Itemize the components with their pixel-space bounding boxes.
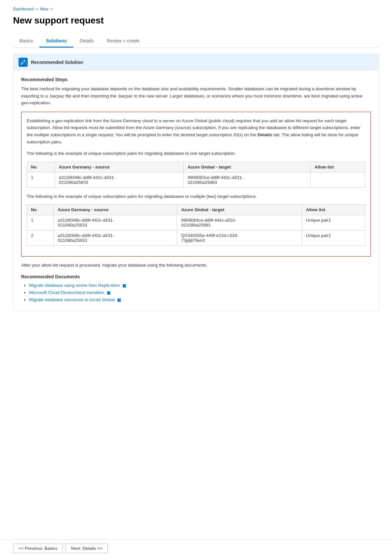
- geo-replication-para: Establishing a geo-replication link from…: [27, 117, 365, 145]
- next-button[interactable]: Next: Details >>: [65, 544, 108, 553]
- prev-button[interactable]: << Previous: Basics: [13, 544, 63, 553]
- breadcrumb: Dashboard > New >: [13, 7, 379, 11]
- tab-basics[interactable]: Basics: [13, 35, 39, 48]
- list-item: Migrate database resources to Azure Glob…: [29, 297, 371, 302]
- col-allow-1: Allow list: [310, 162, 365, 172]
- tab-review-create[interactable]: Review + create: [100, 35, 146, 48]
- col-no-1: No: [27, 162, 55, 172]
- doc-link-1[interactable]: Migrate database using active Geo Replic…: [29, 283, 120, 288]
- breadcrumb-new[interactable]: New: [40, 7, 49, 11]
- col-target-1: Azure Global - target: [184, 162, 311, 172]
- tab-solutions[interactable]: Solutions: [39, 35, 73, 48]
- list-item: Microsoft Cloud Deutschland transition: [29, 290, 371, 295]
- cell-source: a312i8348c-dd9f-442c-a531-021090a25833: [54, 230, 177, 246]
- external-link-icon-1: [122, 284, 126, 287]
- list-item: Migrate database using active Geo Replic…: [29, 283, 371, 288]
- steps-title: Recommended Steps: [21, 77, 371, 82]
- intro-text: The best method for migrating your datab…: [21, 85, 371, 107]
- breadcrumb-sep-1: >: [36, 7, 38, 11]
- table2-intro: The following is the example of unique s…: [27, 193, 365, 200]
- recommended-solution-header: Recommended Solution: [13, 54, 379, 70]
- page-title: New support request: [13, 15, 379, 26]
- docs-list: Migrate database using active Geo Replic…: [21, 283, 371, 302]
- cell-source: a312i8348c-dd9f-442c-a531-021090a25833: [55, 172, 184, 187]
- cell-allow: Unique pair2: [302, 230, 365, 246]
- col-target-2: Azure Global - target: [177, 205, 302, 215]
- table-row: 1 a312i8348c-dd9f-442c-a531-021090a25833…: [27, 172, 365, 187]
- cell-target: 9909093ce-dd9f-442c-a531-021090a25883: [177, 215, 302, 230]
- table1-intro: The following is the example of unique s…: [27, 150, 365, 157]
- after-text: After your allow list request is process…: [21, 262, 371, 269]
- doc-link-3[interactable]: Migrate database resources to Azure Glob…: [29, 297, 115, 302]
- footer-bar: << Previous: Basics Next: Details >>: [0, 539, 392, 557]
- col-no-2: No: [27, 205, 54, 215]
- cell-allow: [310, 172, 365, 187]
- docs-title: Recommended Documents: [21, 274, 371, 279]
- external-link-icon-2: [107, 291, 111, 295]
- content-area: Recommended Solution Recommended Steps T…: [13, 54, 379, 311]
- external-link-icon-3: [117, 298, 121, 302]
- table-row: 2 a312i8348c-dd9f-442c-a531-021090a25833…: [27, 230, 365, 246]
- tabs-nav: Basics Solutions Details Review + create: [13, 35, 379, 48]
- tab-details[interactable]: Details: [73, 35, 100, 48]
- table-row: 1 a312i8348c-dd9f-442c-a531-021090a25833…: [27, 215, 365, 230]
- col-allow-2: Allow list: [302, 205, 365, 215]
- breadcrumb-dashboard[interactable]: Dashboard: [13, 7, 34, 11]
- subscription-table-2: No Azure Germany - source Azure Global -…: [27, 204, 365, 246]
- breadcrumb-sep-2: >: [50, 7, 53, 11]
- cell-target: QX345555e-449f-e22d-c333-73jdj876eir0: [177, 230, 302, 246]
- cell-no: 1: [27, 215, 54, 230]
- rec-solution-title: Recommended Solution: [31, 60, 83, 65]
- col-source-2: Azure Germany - source: [54, 205, 177, 215]
- cell-source: a312i8348c-dd9f-442c-a531-021090a25833: [54, 215, 177, 230]
- doc-link-2[interactable]: Microsoft Cloud Deutschland transition: [29, 290, 104, 295]
- content-body: Recommended Steps The best method for mi…: [13, 70, 379, 311]
- cell-no: 2: [27, 230, 54, 246]
- solution-icon: [19, 58, 28, 67]
- cell-target: 9909093ce-dd9f-442c-a531-021090a25883: [184, 172, 311, 187]
- cell-no: 1: [27, 172, 55, 187]
- red-bordered-section: Establishing a geo-replication link from…: [21, 112, 371, 257]
- subscription-table-1: No Azure Germany - source Azure Global -…: [27, 162, 365, 188]
- col-source-1: Azure Germany - source: [55, 162, 184, 172]
- cell-allow: Unique pair1: [302, 215, 365, 230]
